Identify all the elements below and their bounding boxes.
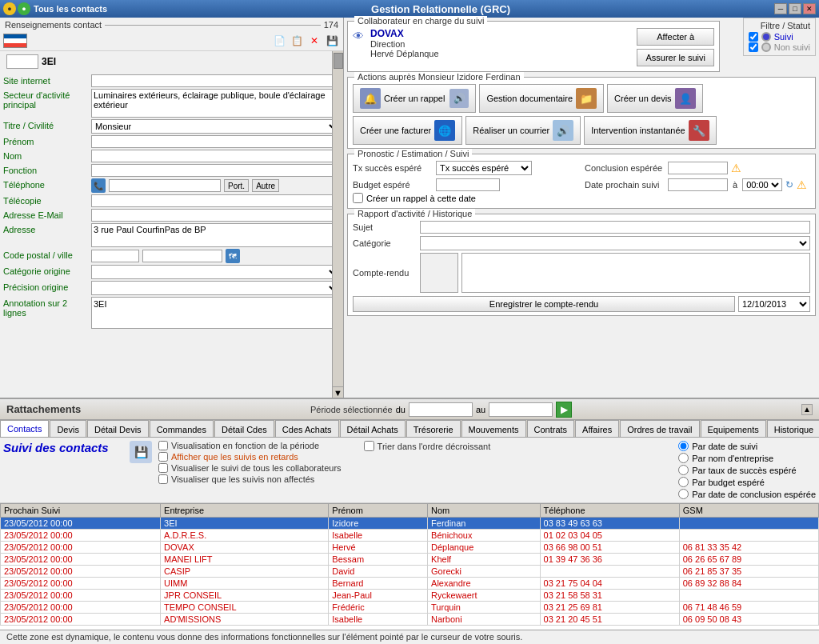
budget-row: Budget espéré — [353, 178, 578, 191]
table-row[interactable]: 23/05/2012 00:00 DOVAX Hervé Déplanque 0… — [1, 542, 819, 554]
radio-date-suivi-input[interactable] — [678, 441, 689, 451]
creer-rappel-button[interactable]: 🔔 Créer un rappel 🔊 — [353, 84, 476, 113]
tab-cdes-achats[interactable]: Cdes Achats — [275, 420, 339, 438]
categorie-act-select[interactable] — [420, 236, 810, 250]
period-to-input[interactable]: 15/06/2013 — [489, 402, 553, 417]
categorie-select[interactable] — [91, 265, 340, 279]
date-select[interactable]: 12/10/2013 — [738, 296, 810, 312]
attachment-area[interactable] — [420, 253, 458, 293]
city-input[interactable]: Liévin — [142, 250, 222, 262]
email-input[interactable] — [91, 209, 340, 222]
email-row: Adresse E-Mail — [0, 208, 343, 222]
radio-taux-succes-input[interactable] — [678, 465, 689, 475]
tab-contacts[interactable]: Contacts — [0, 420, 49, 438]
prenom-input[interactable]: Izidore — [91, 135, 340, 148]
scroll-down-button[interactable]: ▼ — [333, 386, 343, 398]
time-select[interactable]: 00:00 — [742, 178, 782, 191]
precision-select[interactable] — [91, 281, 340, 295]
nom-input[interactable]: Ferdinan — [91, 150, 340, 162]
annotation-input[interactable]: 3EI — [91, 297, 340, 329]
codepostal-input[interactable]: 62800 — [91, 250, 139, 262]
save-button[interactable]: 💾 — [324, 33, 340, 49]
opt-tous-collab-checkbox[interactable] — [158, 463, 168, 473]
map-icon[interactable]: 🗺 — [226, 249, 240, 263]
radio-nom-entreprise-input[interactable] — [678, 453, 689, 463]
table-row[interactable]: 23/05/2012 00:00 TEMPO CONSEIL Frédéric … — [1, 602, 819, 614]
tx-succes-select[interactable]: Tx succès espéré — [436, 161, 532, 175]
prognosis-section: Pronostic / Estimation / Suivi Tx succès… — [347, 154, 816, 209]
compte-rendu-textarea[interactable] — [461, 253, 810, 293]
non-suivi-checkbox[interactable] — [749, 42, 758, 52]
radio-conclusion-input[interactable] — [678, 489, 689, 499]
contact-number-input[interactable]: 15 — [6, 54, 38, 69]
tab-detail-devis[interactable]: Détail Devis — [87, 420, 149, 438]
port-button[interactable]: Port. — [224, 179, 249, 192]
creer-devis-button[interactable]: Créer un devis 👤 — [607, 84, 703, 113]
table-row[interactable]: 23/05/2012 00:00 MANEI LIFT Bessam Khelf… — [1, 554, 819, 566]
rappel-checkbox[interactable] — [353, 193, 363, 203]
courrier-icon: 🔊 — [553, 120, 573, 141]
budget-input[interactable] — [436, 178, 500, 191]
adresse-input[interactable]: 3 rue Paul CourfinPas de BP — [91, 223, 340, 247]
sort-checkbox[interactable] — [364, 441, 374, 451]
tab-contrats[interactable]: Contrats — [527, 420, 575, 438]
suivi-header: Suivi des contacts 💾 Visualisation en fo… — [0, 438, 819, 503]
tab-devis[interactable]: Devis — [50, 420, 86, 438]
telephone-input[interactable]: 03 83 49 63 63 — [109, 179, 221, 192]
close-button[interactable]: ✕ — [803, 3, 816, 14]
site-internet-input[interactable] — [91, 74, 340, 87]
table-scroll[interactable]: Prochain Suivi Entreprise Prénom Nom Tél… — [0, 503, 819, 630]
expand-button[interactable]: ▲ — [801, 404, 813, 415]
opt-non-affectes-checkbox[interactable] — [158, 474, 168, 484]
tab-mouvements[interactable]: Mouvements — [461, 420, 526, 438]
period-from-input[interactable]: 01/01/2013 — [409, 402, 473, 417]
maximize-button[interactable]: □ — [789, 3, 801, 14]
col-telephone: Téléphone — [540, 504, 679, 518]
prochain-input[interactable]: 23/05/2012 — [668, 178, 728, 191]
save-compte-rendu-button[interactable]: Enregistrer le compte-rendu — [353, 296, 735, 312]
scroll-bar[interactable]: ▼ — [332, 51, 343, 398]
non-suivi-filter-row: Non suivi — [749, 42, 810, 52]
opt-retards-checkbox[interactable] — [158, 452, 168, 462]
realiser-courrier-button[interactable]: Réaliser un courrier 🔊 — [465, 116, 581, 145]
suivi-checkbox[interactable] — [749, 32, 758, 42]
tab-tresorerie[interactable]: Trésorerie — [406, 420, 461, 438]
autre-button[interactable]: Autre — [252, 179, 279, 192]
tab-equipements[interactable]: Equipements — [701, 420, 766, 438]
intervention-button[interactable]: Intervention instantanée 🔧 — [584, 116, 716, 145]
opt-visualisation-checkbox[interactable] — [158, 441, 168, 450]
secteur-input[interactable]: Luminaires extérieurs, éclairage publiqu… — [91, 89, 340, 118]
tab-detail-achats[interactable]: Détail Achats — [340, 420, 406, 438]
conclusion-input[interactable]: 23/05/2012 — [668, 162, 728, 174]
table-row[interactable]: 23/05/2012 00:00 UIMM Bernard Alexandre … — [1, 578, 819, 590]
gestion-doc-button[interactable]: Gestion documentaire 📁 — [479, 84, 604, 113]
tab-affaires[interactable]: Affaires — [575, 420, 619, 438]
tab-ordres-travail[interactable]: Ordres de travail — [620, 420, 699, 438]
tab-detail-cdes[interactable]: Détail Cdes — [214, 420, 274, 438]
fonction-input[interactable] — [91, 164, 340, 177]
period-go-button[interactable]: ▶ — [556, 402, 572, 418]
rappel-check-row: Créer un rappel à cette date — [353, 191, 810, 205]
affecter-button[interactable]: Affecter à — [637, 28, 714, 46]
phone-call-icon[interactable]: 📞 — [91, 178, 106, 193]
table-row[interactable]: 23/05/2012 00:00 AD'MISSIONS Isabelle Na… — [1, 614, 819, 626]
table-row[interactable]: 23/05/2012 00:00 A.D.R.E.S. Isabelle Bén… — [1, 530, 819, 542]
sujet-input[interactable] — [420, 221, 810, 234]
minimize-button[interactable]: ─ — [774, 3, 787, 14]
table-row[interactable]: 23/05/2012 00:00 3EI Izidore Ferdinan 03… — [1, 518, 819, 530]
assurer-button[interactable]: Assurer le suivi — [637, 49, 714, 66]
telecopie-input[interactable] — [91, 194, 340, 207]
copy-button[interactable]: 📋 — [289, 33, 305, 49]
radio-budget-input[interactable] — [678, 477, 689, 487]
refresh-icon[interactable]: ↻ — [785, 179, 793, 190]
creer-facture-button[interactable]: Créer une facturer 🌐 — [353, 116, 462, 145]
titre-select[interactable]: Monsieur — [91, 119, 340, 134]
scroll-thumb[interactable] — [334, 53, 343, 69]
table-row[interactable]: 23/05/2012 00:00 JPR CONSEIL Jean-Paul R… — [1, 590, 819, 602]
tab-commandes[interactable]: Commandes — [150, 420, 214, 438]
cell-prenom: David — [329, 566, 428, 578]
new-button[interactable]: 📄 — [271, 33, 287, 49]
table-row[interactable]: 23/05/2012 00:00 CASIP David Gorecki 06 … — [1, 566, 819, 578]
tab-historique[interactable]: Historique — [767, 420, 819, 438]
delete-button[interactable]: ✕ — [306, 33, 322, 49]
